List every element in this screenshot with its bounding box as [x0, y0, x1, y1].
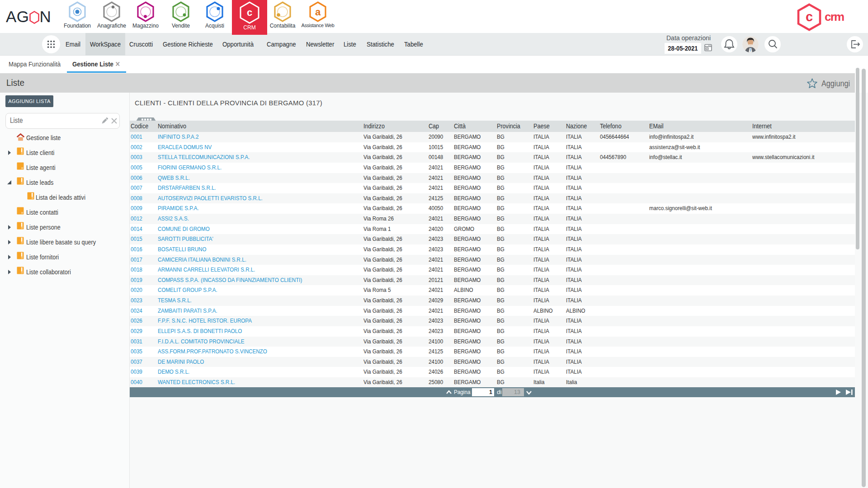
- svg-text:c: c: [247, 7, 252, 18]
- svg-text:c: c: [806, 9, 813, 24]
- svg-text:16: 16: [706, 47, 708, 50]
- svg-text:crm: crm: [825, 10, 844, 23]
- svg-text:a: a: [315, 6, 321, 18]
